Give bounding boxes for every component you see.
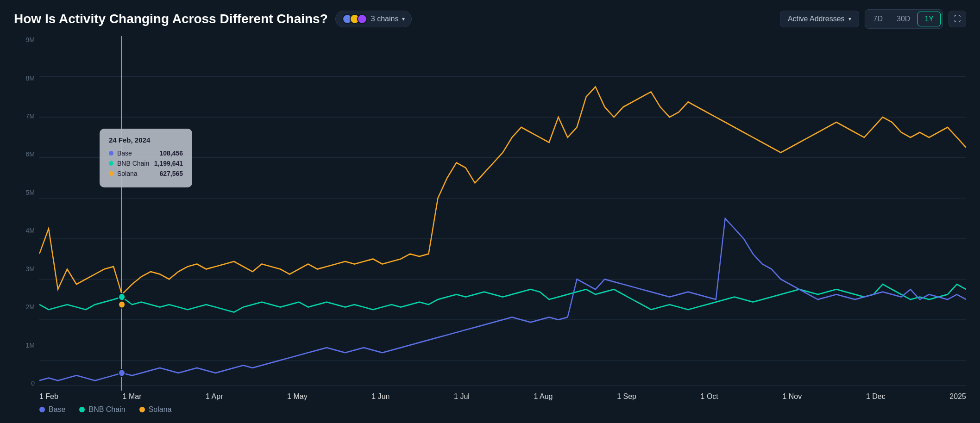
header-right: Active Addresses ▾ 7D 30D 1Y ⛶: [780, 9, 966, 29]
tooltip-value-base: 108,456: [159, 149, 183, 157]
time-btn-7d[interactable]: 7D: [867, 12, 889, 26]
base-crosshair-dot: [119, 369, 125, 376]
y-axis: 0 1M 2M 3M 4M 5M 6M 7M 8M 9M: [14, 36, 39, 401]
main-container: How Is Activity Changing Across Differen…: [0, 0, 980, 423]
base-line: [39, 218, 966, 380]
tooltip-dot-solana: [109, 171, 113, 176]
x-label-nov: 1 Nov: [782, 392, 802, 401]
sol-chain-icon: [357, 14, 367, 24]
solana-crosshair-dot: [119, 301, 125, 308]
chain-selector-label: 3 chains: [371, 15, 399, 23]
legend-item-bnb: BNB Chain: [79, 405, 125, 414]
chart-header: How Is Activity Changing Across Differen…: [14, 9, 966, 29]
y-label-0: 0: [14, 379, 35, 387]
bnb-chain-line: [39, 284, 966, 312]
y-label-8m: 8M: [14, 75, 35, 82]
x-label-may: 1 May: [287, 392, 308, 401]
x-label-sep: 1 Sep: [617, 392, 636, 401]
y-label-9m: 9M: [14, 36, 35, 44]
expand-icon: ⛶: [954, 15, 961, 23]
legend-dot-solana: [139, 407, 145, 412]
tooltip-row-solana: Solana 627,565: [109, 170, 183, 177]
chain-selector[interactable]: 3 chains ▾: [335, 11, 412, 27]
y-label-4m: 4M: [14, 227, 35, 234]
chart-area: 0 1M 2M 3M 4M 5M 6M 7M 8M 9M: [14, 36, 966, 401]
legend-dot-base: [39, 407, 45, 412]
tooltip-value-solana: 627,565: [159, 170, 183, 177]
solana-line: [39, 87, 966, 294]
bnb-crosshair-dot: [119, 293, 125, 300]
metric-chevron-icon: ▾: [848, 16, 851, 22]
x-label-2025: 2025: [949, 392, 966, 401]
x-label-aug: 1 Aug: [534, 392, 553, 401]
y-label-5m: 5M: [14, 189, 35, 196]
metric-selector-label: Active Addresses: [788, 15, 845, 23]
tooltip-chain-bnb: BNB Chain: [117, 160, 151, 167]
expand-button[interactable]: ⛶: [949, 11, 966, 27]
time-btn-30d[interactable]: 30D: [890, 12, 917, 26]
legend-dot-bnb: [79, 407, 85, 412]
x-label-apr: 1 Apr: [206, 392, 223, 401]
time-btn-1y[interactable]: 1Y: [917, 12, 941, 26]
tooltip-chain-solana: Solana: [117, 170, 156, 177]
y-label-2m: 2M: [14, 303, 35, 311]
y-label-3m: 3M: [14, 265, 35, 273]
chart-svg: [39, 36, 966, 401]
tooltip-value-bnb: 1,199,641: [154, 160, 183, 167]
x-label-jul: 1 Jul: [454, 392, 470, 401]
tooltip-row-bnb: BNB Chain 1,199,641: [109, 160, 183, 167]
time-period-selector: 7D 30D 1Y: [865, 9, 943, 29]
x-label-dec: 1 Dec: [866, 392, 886, 401]
tooltip-dot-bnb: [109, 161, 113, 166]
y-label-1m: 1M: [14, 342, 35, 349]
tooltip-dot-base: [109, 151, 113, 156]
metric-selector[interactable]: Active Addresses ▾: [780, 11, 859, 27]
chart-legend: Base BNB Chain Solana: [14, 401, 966, 414]
tooltip-date: 24 Feb, 2024: [109, 136, 183, 144]
chart-title: How Is Activity Changing Across Differen…: [14, 12, 328, 26]
tooltip-row-base: Base 108,456: [109, 149, 183, 157]
legend-label-bnb: BNB Chain: [88, 405, 125, 414]
legend-label-solana: Solana: [149, 405, 172, 414]
chain-icons: [342, 14, 367, 24]
legend-item-solana: Solana: [139, 405, 172, 414]
x-label-feb: 1 Feb: [39, 392, 58, 401]
y-label-6m: 6M: [14, 150, 35, 158]
x-label-jun: 1 Jun: [371, 392, 389, 401]
chevron-down-icon: ▾: [402, 16, 405, 22]
chart-tooltip: 24 Feb, 2024 Base 108,456 BNB Chain 1,19…: [100, 129, 192, 187]
tooltip-chain-base: Base: [117, 149, 156, 157]
chart-inner: 24 Feb, 2024 Base 108,456 BNB Chain 1,19…: [39, 36, 966, 401]
x-axis: 1 Feb 1 Mar 1 Apr 1 May 1 Jun 1 Jul 1 Au…: [39, 391, 966, 401]
x-label-mar: 1 Mar: [123, 392, 142, 401]
header-left: How Is Activity Changing Across Differen…: [14, 11, 412, 27]
legend-label-base: Base: [49, 405, 65, 414]
y-label-7m: 7M: [14, 112, 35, 120]
legend-item-base: Base: [39, 405, 65, 414]
x-label-oct: 1 Oct: [701, 392, 718, 401]
